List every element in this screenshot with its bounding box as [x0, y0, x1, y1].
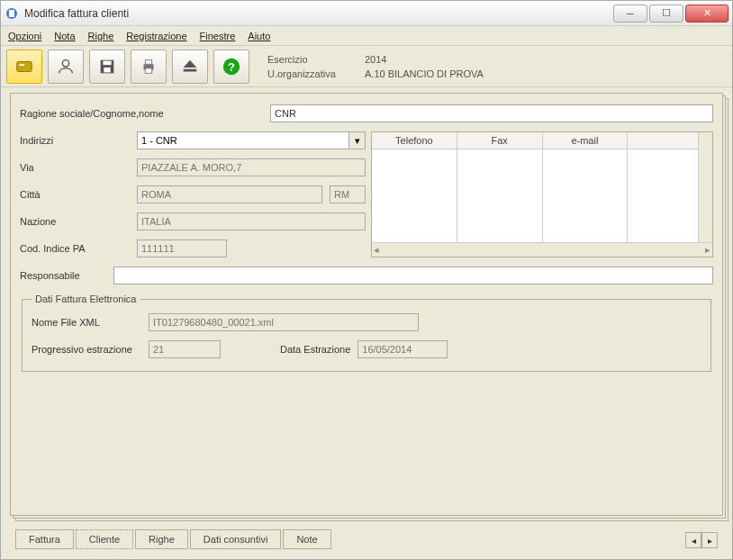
svg-rect-11: [184, 68, 197, 71]
svg-rect-6: [103, 60, 111, 65]
toolbar-primary-button[interactable]: [6, 50, 42, 84]
svg-rect-10: [145, 68, 151, 73]
col-telefono[interactable]: Telefono: [372, 132, 457, 149]
card-icon: [14, 57, 34, 77]
indirizzi-value: 1 - CNR: [138, 135, 348, 146]
col-fax[interactable]: Fax: [457, 132, 543, 149]
tab-dati-consuntivi[interactable]: Dati consuntivi: [190, 529, 282, 549]
toolbar-print-button[interactable]: [131, 50, 167, 84]
citta-label: Città: [20, 189, 130, 200]
svg-rect-9: [145, 59, 151, 64]
svg-rect-1: [9, 10, 14, 17]
titlebar: Modifica fattura clienti ─ ☐ ✕: [1, 1, 732, 26]
ragione-sociale-field[interactable]: [270, 104, 713, 122]
nome-file-xml-label: Nome File XML: [32, 317, 141, 328]
menu-registrazione[interactable]: Registrazione: [126, 31, 186, 41]
contact-grid[interactable]: Telefono Fax e-mail ◂▸: [371, 131, 713, 257]
svg-point-4: [62, 59, 68, 66]
svg-rect-3: [20, 64, 25, 66]
minimize-button[interactable]: ─: [613, 5, 647, 23]
help-icon: ?: [222, 57, 241, 77]
col-email[interactable]: e-mail: [543, 132, 629, 149]
uo-value: A.10 BILANCIO DI PROVA: [365, 68, 484, 79]
tab-scroll-right[interactable]: ▸: [701, 532, 718, 548]
tab-fattura[interactable]: Fattura: [15, 529, 74, 549]
cell-telefono[interactable]: [372, 149, 457, 257]
citta-field: [137, 185, 322, 203]
indirizzi-label: Indirizzi: [20, 135, 130, 146]
toolbar-help-button[interactable]: ?: [213, 50, 249, 84]
tab-scroll-left[interactable]: ◂: [685, 532, 701, 548]
menu-aiuto[interactable]: Aiuto: [248, 31, 270, 41]
svg-text:?: ?: [228, 59, 235, 73]
close-button[interactable]: ✕: [685, 5, 728, 23]
efatt-legend: Dati Fattura Elettronica: [32, 294, 140, 304]
menubar: Opzioni Nota Righe Registrazione Finestr…: [1, 26, 732, 46]
svg-rect-7: [104, 67, 110, 72]
progressivo-field: [149, 340, 221, 358]
dati-fattura-elettronica-fieldset: Dati Fattura Elettronica Nome File XML P…: [22, 294, 711, 372]
tab-cliente[interactable]: Cliente: [76, 529, 133, 549]
user-icon: [56, 57, 76, 77]
svg-rect-2: [17, 61, 32, 71]
window-title: Modifica fattura clienti: [24, 7, 613, 20]
cod-indice-pa-field: [137, 239, 227, 257]
maximize-button[interactable]: ☐: [649, 5, 683, 23]
toolbar-save-button[interactable]: [89, 50, 125, 84]
horizontal-scrollbar[interactable]: ◂▸: [372, 242, 712, 257]
responsabile-field[interactable]: [113, 266, 713, 285]
vertical-scrollbar[interactable]: [698, 132, 712, 242]
print-icon: [139, 57, 158, 77]
app-icon: [5, 6, 19, 21]
esercizio-label: Esercizio: [267, 54, 357, 65]
tab-note[interactable]: Note: [283, 529, 330, 549]
uo-label: U.organizzativa: [267, 68, 357, 79]
save-icon: [97, 57, 117, 77]
cell-fax[interactable]: [457, 149, 543, 257]
nazione-label: Nazione: [20, 216, 130, 227]
toolbar: ? Esercizio 2014 U.organizzativa A.10 BI…: [1, 46, 732, 87]
esercizio-value: 2014: [365, 54, 484, 65]
toolbar-export-button[interactable]: [172, 50, 208, 84]
data-estrazione-field: [357, 340, 448, 358]
via-label: Via: [20, 162, 130, 173]
data-estrazione-label: Data Estrazione: [280, 344, 350, 355]
responsabile-label: Responsabile: [20, 270, 106, 281]
menu-finestre[interactable]: Finestre: [200, 31, 236, 41]
chevron-down-icon[interactable]: ▾: [348, 132, 365, 149]
provincia-field: [330, 185, 366, 203]
indirizzi-dropdown[interactable]: 1 - CNR ▾: [137, 131, 366, 149]
nome-file-xml-field: [149, 313, 419, 331]
via-field: [137, 158, 366, 176]
toolbar-user-button[interactable]: [48, 50, 84, 84]
nazione-field: [137, 212, 366, 230]
ragione-sociale-label: Ragione sociale/Cognome,nome: [20, 108, 263, 119]
tab-righe[interactable]: Righe: [135, 529, 188, 549]
header-info: Esercizio 2014 U.organizzativa A.10 BILA…: [267, 54, 484, 79]
menu-opzioni[interactable]: Opzioni: [8, 31, 41, 41]
menu-nota[interactable]: Nota: [54, 31, 75, 41]
main-panel: Ragione sociale/Cognome,nome Indirizzi 1…: [10, 93, 723, 516]
progressivo-label: Progressivo estrazione: [32, 344, 141, 355]
bottom-tabs: Fattura Cliente Righe Dati consuntivi No…: [15, 528, 331, 548]
cell-email[interactable]: [543, 149, 629, 257]
cod-indice-pa-label: Cod. Indice PA: [20, 243, 130, 254]
eject-icon: [180, 57, 200, 77]
menu-righe[interactable]: Righe: [88, 31, 114, 41]
